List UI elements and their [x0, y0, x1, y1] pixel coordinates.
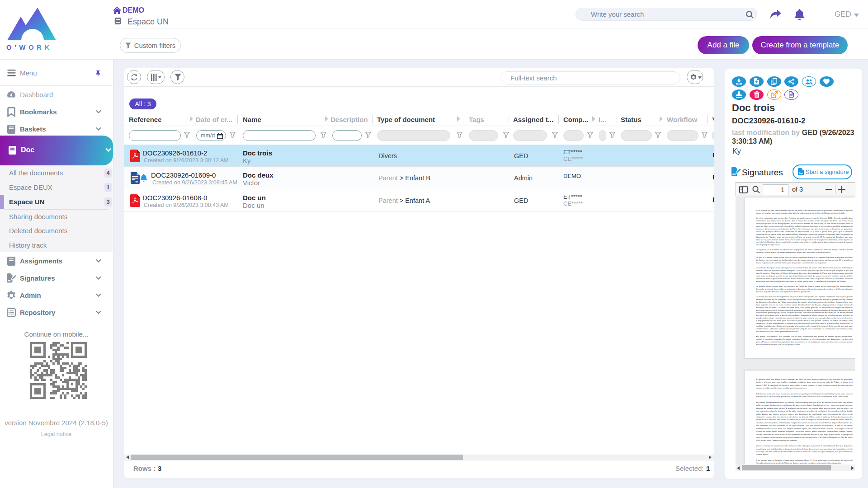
- svg-text:w: w: [135, 180, 138, 183]
